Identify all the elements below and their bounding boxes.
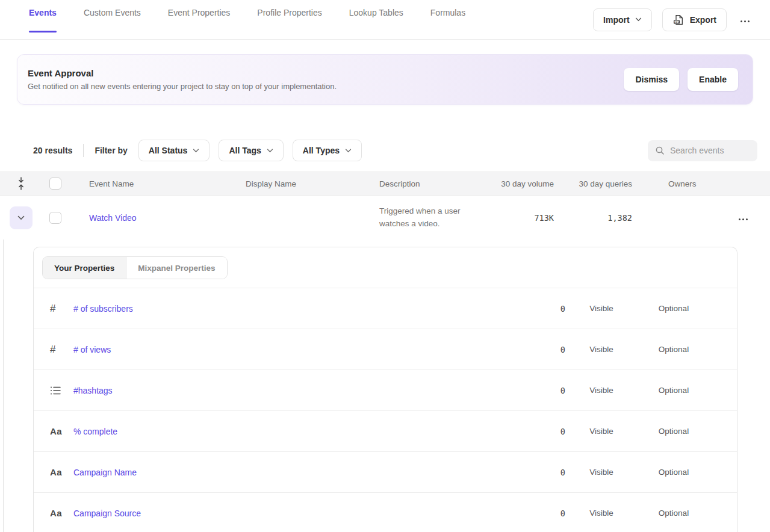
ellipsis-icon (741, 20, 750, 22)
select-all-checkbox[interactable] (49, 178, 61, 190)
import-button[interactable]: Import (593, 8, 652, 31)
property-requirement: Optional (638, 345, 710, 354)
dropdown-label: All Status (149, 146, 188, 155)
chevron-down-icon (267, 149, 273, 153)
column-event-name: Event Name (89, 179, 246, 188)
filter-dropdown-all-tags[interactable]: All Tags (219, 140, 283, 161)
property-name-link[interactable]: % complete (73, 427, 517, 436)
banner-description: Get notified on all new events entering … (28, 82, 337, 91)
properties-segmented-control: Your PropertiesMixpanel Properties (42, 256, 228, 279)
tab-lookup-tables[interactable]: Lookup Tables (349, 0, 403, 39)
event-approval-banner: Event Approval Get notified on all new e… (17, 54, 753, 105)
banner-title: Event Approval (28, 68, 337, 78)
column-owners: Owners (644, 179, 727, 188)
property-visibility: Visible (565, 304, 638, 313)
list-type-icon (34, 386, 73, 395)
chevron-down-icon (193, 149, 199, 153)
event-volume: 713K (494, 213, 560, 223)
ellipsis-icon (739, 218, 748, 220)
tab-events[interactable]: Events (29, 0, 57, 39)
property-row: ## of views0VisibleOptional (34, 329, 737, 370)
dropdown-label: All Tags (229, 146, 261, 155)
expanded-row-rail (3, 240, 4, 532)
property-name-link[interactable]: #hashtags (73, 386, 517, 395)
column-volume: 30 day volume (494, 179, 560, 188)
dismiss-button[interactable]: Dismiss (624, 68, 679, 91)
text-type-icon: Aa (34, 508, 73, 518)
property-requirement: Optional (638, 468, 710, 477)
property-row: ## of subscribers0VisibleOptional (34, 288, 737, 329)
collapse-row-button[interactable] (10, 206, 33, 229)
search-input[interactable] (670, 146, 750, 155)
number-type-icon: # (34, 303, 73, 315)
property-requirement: Optional (638, 427, 710, 436)
tab-label: Custom Events (84, 8, 141, 17)
divider (83, 144, 84, 157)
property-row: #hashtags0VisibleOptional (34, 370, 737, 411)
export-button[interactable]: csv Export (662, 8, 727, 31)
property-name-link[interactable]: Campaign Source (73, 509, 517, 518)
dropdown-label: All Types (303, 146, 340, 155)
tab-formulas[interactable]: Formulas (430, 0, 465, 39)
filter-by-label: Filter by (95, 146, 127, 155)
top-navigation: EventsCustom EventsEvent PropertiesProfi… (0, 0, 770, 40)
enable-button[interactable]: Enable (688, 68, 738, 91)
property-name-link[interactable]: Campaign Name (73, 468, 517, 477)
property-requirement: Optional (638, 509, 710, 518)
property-name-link[interactable]: # of views (73, 345, 517, 354)
text-type-icon: Aa (34, 467, 73, 477)
nav-actions: Import csv Export (593, 8, 753, 31)
filter-toolbar: 20 results Filter by All StatusAll TagsA… (0, 140, 770, 161)
event-row: Watch Video Triggered when a user watche… (0, 196, 770, 240)
event-queries: 1,382 (560, 213, 644, 223)
property-visibility: Visible (565, 345, 638, 354)
export-button-label: Export (690, 15, 716, 25)
events-table-header: Event Name Display Name Description 30 d… (0, 172, 770, 196)
property-visibility: Visible (565, 427, 638, 436)
property-row: Aa% complete0VisibleOptional (34, 411, 737, 452)
property-visibility: Visible (565, 468, 638, 477)
properties-list: ## of subscribers0VisibleOptional## of v… (34, 288, 737, 532)
event-name-link[interactable]: Watch Video (89, 213, 137, 223)
tab-label: Lookup Tables (349, 8, 403, 17)
tab-profile-properties[interactable]: Profile Properties (257, 0, 321, 39)
results-count: 20 results (33, 146, 72, 155)
column-queries: 30 day queries (560, 179, 644, 188)
event-options-button[interactable] (735, 209, 751, 226)
column-description: Description (379, 179, 494, 188)
banner-actions: Dismiss Enable (624, 68, 738, 91)
event-checkbox[interactable] (49, 212, 61, 224)
tab-event-properties[interactable]: Event Properties (168, 0, 231, 39)
svg-text:csv: csv (674, 20, 680, 23)
property-requirement: Optional (638, 386, 710, 395)
property-visibility: Visible (565, 509, 638, 518)
tab-mixpanel-properties[interactable]: Mixpanel Properties (126, 257, 226, 279)
property-row: AaCampaign Source0VisibleOptional (34, 493, 737, 532)
chevron-down-icon (17, 215, 25, 220)
column-display-name: Display Name (246, 179, 379, 188)
chevron-down-icon (635, 17, 642, 22)
property-row: AaCampaign Name0VisibleOptional (34, 452, 737, 493)
search-box[interactable] (648, 140, 757, 161)
filter-dropdown-all-status[interactable]: All Status (138, 140, 210, 161)
tab-label: Events (29, 8, 57, 17)
property-count: 0 (517, 427, 565, 436)
property-visibility: Visible (565, 386, 638, 395)
property-count: 0 (517, 386, 565, 395)
filter-dropdowns: All StatusAll TagsAll Types (138, 140, 362, 161)
more-options-button[interactable] (737, 11, 753, 28)
properties-panel: Your PropertiesMixpanel Properties ## of… (33, 247, 737, 532)
property-requirement: Optional (638, 304, 710, 313)
search-icon (655, 146, 665, 155)
tab-label: Formulas (430, 8, 465, 17)
event-description: Triggered when a user watches a video. (379, 205, 494, 230)
property-count: 0 (517, 509, 565, 518)
number-type-icon: # (34, 344, 73, 356)
properties-tab-bar: Your PropertiesMixpanel Properties (34, 247, 737, 288)
property-name-link[interactable]: # of subscribers (73, 304, 517, 314)
filter-dropdown-all-types[interactable]: All Types (293, 140, 362, 161)
tab-custom-events[interactable]: Custom Events (84, 0, 141, 39)
tab-your-properties[interactable]: Your Properties (43, 257, 126, 279)
collapse-all-icon[interactable] (0, 177, 42, 190)
property-count: 0 (517, 304, 565, 314)
